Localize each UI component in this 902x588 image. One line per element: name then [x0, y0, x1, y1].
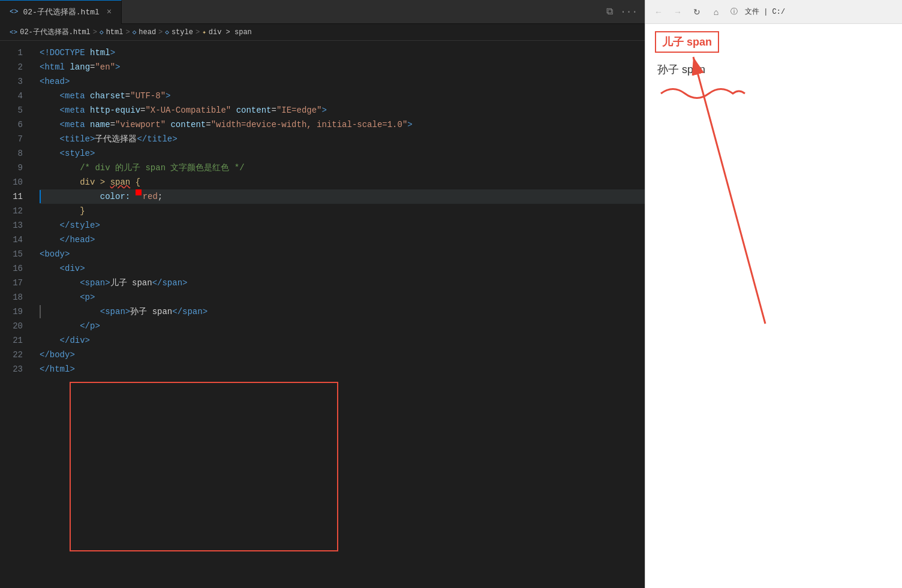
line-num-12: 12 [0, 204, 23, 218]
tab-close-button[interactable]: × [107, 7, 112, 17]
line-17: <span>儿子 span</span> [40, 276, 645, 290]
refresh-button[interactable]: ↻ [690, 5, 704, 19]
highlight-box [70, 382, 338, 551]
token: <meta [40, 103, 90, 117]
breadcrumb-html[interactable]: html [106, 28, 124, 37]
token: color: [40, 189, 136, 204]
line-20: </p> [40, 319, 645, 333]
token: <meta [40, 117, 90, 132]
token: "IE=edge" [276, 103, 322, 117]
line-num-9: 9 [0, 161, 23, 175]
tab-label: 02-子代选择器.html [23, 7, 99, 17]
grandson-span-container: 孙子 span [655, 62, 892, 77]
token: </span> [172, 304, 208, 319]
line-11: color: red; [40, 189, 645, 204]
token: </head> [40, 233, 95, 247]
color-swatch [136, 189, 142, 195]
token: ; [158, 189, 163, 204]
line-num-8: 8 [0, 146, 23, 161]
line-num-3: 3 [0, 74, 23, 89]
line-8: <style> [40, 146, 645, 161]
breadcrumb-style[interactable]: style [172, 28, 193, 37]
line-num-18: 18 [0, 290, 23, 304]
line-10: div > span { [40, 175, 645, 189]
token: "X-UA-Compatible" [145, 103, 231, 117]
token: </style> [40, 218, 100, 233]
token: div > [40, 175, 110, 189]
token: <div> [40, 261, 85, 276]
line-9: /* div 的儿子 span 文字颜色是红色 */ [40, 161, 645, 175]
browser-panel: ← → ↻ ⌂ ⓘ 文件 | C:/ 儿子 span 孙子 span [645, 0, 902, 588]
token: </html> [40, 362, 75, 376]
line-19: <span>孙子 span</span> [40, 304, 645, 319]
grandson-span-label: 孙子 span [657, 64, 705, 76]
line-num-23: 23 [0, 362, 23, 376]
token: > [115, 60, 120, 74]
token: > [322, 103, 327, 117]
son-span-container: 儿子 span [655, 31, 892, 59]
token: <meta [40, 89, 90, 103]
line-12: } [40, 204, 645, 218]
line-3: <head> [40, 74, 645, 89]
token: red [143, 189, 158, 204]
back-button[interactable]: ← [651, 5, 666, 19]
line-num-20: 20 [0, 319, 23, 333]
code-content[interactable]: <!DOCTYPE html> <html lang="en"> <head> … [30, 41, 645, 588]
breadcrumb-sep-3: > [158, 28, 163, 37]
tab-bar: <> 02-子代选择器.html × ⧉ ··· [0, 0, 645, 24]
line-num-22: 22 [0, 348, 23, 362]
editor-panel: <> 02-子代选择器.html × ⧉ ··· <> 02-子代选择器.htm… [0, 0, 645, 588]
token: = [271, 103, 276, 117]
line-num-4: 4 [0, 89, 23, 103]
son-span-label: 儿子 span [655, 31, 719, 53]
line-6: <meta name="viewport" content="width=dev… [40, 117, 645, 132]
forward-button[interactable]: → [671, 5, 685, 19]
line-num-13: 13 [0, 218, 23, 233]
line-num-19: 19 [0, 304, 23, 319]
line-num-21: 21 [0, 333, 23, 348]
line-num-2: 2 [0, 60, 23, 74]
split-editor-icon[interactable]: ⧉ [606, 6, 613, 17]
breadcrumb: <> 02-子代选择器.html > ◇ html > ◇ head > ◇ s… [0, 24, 645, 41]
token: 孙子 span [130, 304, 172, 319]
line-num-15: 15 [0, 247, 23, 261]
line-21: </div> [40, 333, 645, 348]
token: > [407, 117, 412, 132]
line-4: <meta charset="UTF-8"> [40, 89, 645, 103]
token: "UTF-8" [130, 89, 166, 103]
line-num-7: 7 [0, 132, 23, 146]
line-2: <html lang="en"> [40, 60, 645, 74]
token: name [90, 117, 110, 132]
token: <style> [40, 146, 95, 161]
token: http-equiv [90, 103, 140, 117]
token: /* div 的儿子 span 文字颜色是红色 */ [40, 161, 245, 175]
arrow-overlay [645, 24, 902, 588]
tab-file[interactable]: <> 02-子代选择器.html × [0, 0, 122, 24]
token: lang [70, 60, 90, 74]
token: "en" [95, 60, 115, 74]
token: <head> [40, 74, 70, 89]
line-16: <div> [40, 261, 645, 276]
line-5: <meta http-equiv="X-UA-Compatible" conte… [40, 103, 645, 117]
breadcrumb-sep-2: > [125, 28, 130, 37]
token: <p> [40, 290, 95, 304]
line-22: </body> [40, 348, 645, 362]
line-7: <title>子代选择器</title> [40, 132, 645, 146]
breadcrumb-head[interactable]: head [139, 28, 156, 37]
token: { [130, 175, 140, 189]
token: <span> [40, 276, 110, 290]
line-15: <body> [40, 247, 645, 261]
token: > [166, 89, 170, 103]
breadcrumb-filename[interactable]: 02-子代选择器.html [20, 27, 91, 37]
home-button[interactable]: ⌂ [709, 5, 723, 19]
line-1: <!DOCTYPE html> [40, 46, 645, 60]
token: content [231, 103, 271, 117]
token: <span> [40, 304, 130, 319]
line-num-17: 17 [0, 276, 23, 290]
indent-guide [40, 305, 41, 318]
breadcrumb-selector[interactable]: div > span [209, 28, 252, 37]
more-actions-icon[interactable]: ··· [620, 7, 638, 17]
line-numbers: 1 2 3 4 5 6 7 8 9 10 11 12 13 14 15 16 1… [0, 41, 30, 588]
breadcrumb-selector-icon: ✦ [202, 28, 206, 36]
line-num-16: 16 [0, 261, 23, 276]
